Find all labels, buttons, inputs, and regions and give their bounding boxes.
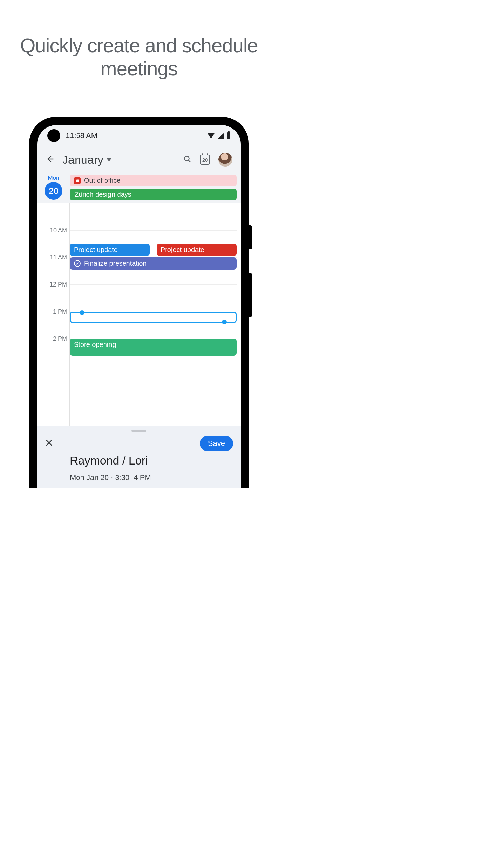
month-label: January (62, 153, 103, 166)
save-button[interactable]: Save (200, 436, 233, 451)
status-bar: 11:58 AM (37, 125, 241, 146)
day-of-week: Mon (48, 175, 59, 181)
event-title[interactable]: Raymond / Lori (70, 454, 231, 467)
today-icon[interactable]: 20 (200, 155, 210, 165)
phone-side-button (249, 273, 252, 317)
resize-handle-top[interactable] (80, 310, 84, 315)
event-create-sheet: Save Raymond / Lori Mon Jan 20 · 3:30–4 … (37, 426, 241, 488)
svg-rect-4 (77, 179, 77, 180)
battery-icon (227, 132, 230, 139)
phone-screen: 11:58 AM January (37, 125, 241, 488)
cell-signal-icon (218, 133, 224, 139)
svg-line-2 (188, 160, 190, 162)
out-of-office-icon (74, 177, 81, 184)
status-time: 11:58 AM (66, 131, 97, 140)
hour-label: 1 PM (37, 308, 67, 315)
phone-side-button (249, 225, 252, 249)
promo-headline: Quickly create and schedule meetings (0, 0, 278, 80)
phone-frame: 11:58 AM January (29, 117, 249, 488)
check-circle-icon: ✓ (74, 260, 81, 267)
avatar[interactable] (218, 153, 232, 167)
hour-label: 11 AM (37, 254, 67, 261)
chevron-down-icon (107, 158, 111, 161)
allday-event-out-of-office[interactable]: Out of office (70, 175, 237, 186)
close-icon[interactable] (45, 438, 54, 449)
hour-label: 10 AM (37, 227, 67, 234)
today-badge-number: 20 (202, 157, 208, 163)
hour-label: 2 PM (37, 335, 67, 342)
event-datetime[interactable]: Mon Jan 20 · 3:30–4 PM (70, 473, 231, 482)
allday-event-zurich[interactable]: Zürich design days (70, 189, 237, 200)
back-arrow-icon[interactable] (45, 155, 54, 165)
event-project-update-2[interactable]: Project update (157, 244, 237, 256)
search-icon[interactable] (183, 155, 192, 165)
resize-handle-bottom[interactable] (222, 320, 227, 324)
event-store-opening[interactable]: Store opening (70, 339, 237, 356)
camera-hole (47, 129, 60, 142)
event-finalize-presentation[interactable]: ✓ Finalize presentation (70, 257, 237, 270)
wifi-icon (207, 133, 215, 139)
event-project-update-1[interactable]: Project update (70, 244, 150, 256)
new-event-slot[interactable] (70, 312, 237, 323)
calendar-day-view: Mon 20 Out of office Zürich design days (37, 173, 241, 488)
allday-event-label: Out of office (84, 177, 120, 184)
svg-rect-5 (78, 179, 78, 180)
hour-label: 12 PM (37, 281, 67, 288)
svg-rect-3 (76, 179, 79, 182)
app-header: January 20 (37, 146, 241, 173)
month-picker[interactable]: January (62, 153, 111, 166)
allday-row: Mon 20 Out of office Zürich design days (37, 173, 241, 203)
event-label: Finalize presentation (84, 260, 147, 268)
date-bubble[interactable]: 20 (45, 182, 62, 200)
